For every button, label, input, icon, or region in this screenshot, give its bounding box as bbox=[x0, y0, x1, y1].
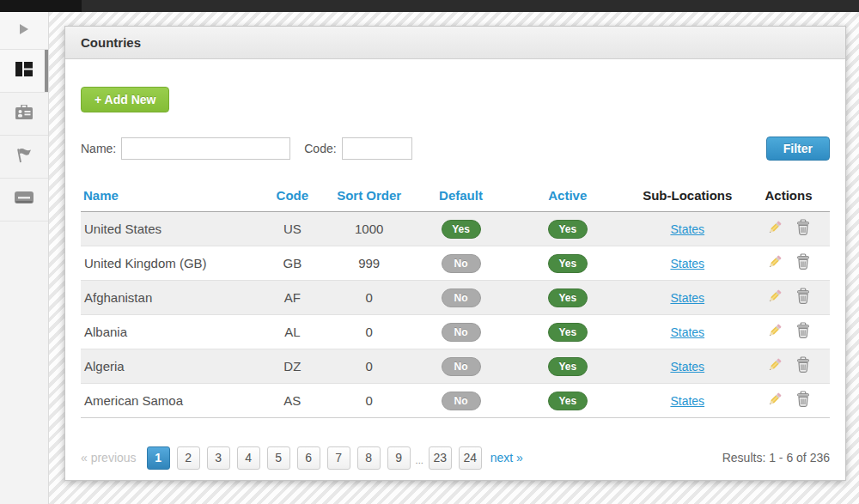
pagination-page-2[interactable]: 2 bbox=[177, 446, 200, 470]
pagination-page-23[interactable]: 23 bbox=[429, 446, 452, 470]
country-name: United States bbox=[81, 212, 260, 246]
pagination-page-1[interactable]: 1 bbox=[147, 446, 170, 470]
delete-trash-icon[interactable] bbox=[795, 253, 811, 273]
column-header-default[interactable]: Default bbox=[414, 183, 508, 212]
pagination-page-6[interactable]: 6 bbox=[297, 446, 320, 470]
pagination-page-5[interactable]: 5 bbox=[267, 446, 290, 470]
table-row: Albania AL 0 No Yes States bbox=[81, 315, 830, 349]
play-icon bbox=[18, 23, 30, 39]
dashboard-icon bbox=[15, 62, 33, 80]
edit-pencil-icon[interactable] bbox=[766, 322, 783, 342]
sidebar-item-expand[interactable] bbox=[0, 12, 48, 50]
states-link[interactable]: States bbox=[670, 394, 704, 408]
delete-trash-icon[interactable] bbox=[795, 288, 811, 307]
country-name: Afghanistan bbox=[81, 281, 260, 315]
active-badge: Yes bbox=[548, 323, 588, 342]
sidebar-item-inbox[interactable] bbox=[0, 179, 48, 222]
country-code: GB bbox=[260, 246, 324, 281]
pagination-next[interactable]: next » bbox=[490, 451, 523, 465]
country-name: Algeria bbox=[81, 349, 260, 384]
table-row: Algeria DZ 0 No Yes States bbox=[81, 349, 830, 384]
table-row: Afghanistan AF 0 No Yes States bbox=[81, 281, 830, 315]
country-name: Albania bbox=[81, 315, 260, 349]
country-sort-order: 0 bbox=[324, 384, 414, 418]
country-sort-order: 999 bbox=[324, 246, 414, 281]
sidebar-item-dashboard[interactable] bbox=[0, 50, 48, 93]
sidebar-item-contacts[interactable] bbox=[0, 93, 48, 136]
default-badge: No bbox=[442, 288, 481, 307]
country-code: AL bbox=[260, 315, 324, 349]
filter-bar: Name: Code: Filter bbox=[81, 137, 830, 161]
add-new-button[interactable]: + Add New bbox=[81, 87, 169, 112]
pagination-page-3[interactable]: 3 bbox=[207, 446, 230, 470]
delete-trash-icon[interactable] bbox=[795, 356, 811, 376]
page-title: Countries bbox=[65, 27, 845, 59]
code-filter-label: Code: bbox=[304, 142, 336, 155]
table-header-row: Name Code Sort Order Default Active Sub-… bbox=[81, 183, 830, 212]
edit-pencil-icon[interactable] bbox=[766, 391, 783, 410]
active-badge: Yes bbox=[548, 357, 588, 376]
country-name: American Samoa bbox=[81, 384, 260, 418]
id-card-icon bbox=[15, 105, 34, 124]
country-name: United Kingdom (GB) bbox=[81, 246, 260, 281]
code-filter-input[interactable] bbox=[342, 137, 412, 160]
default-badge: No bbox=[442, 323, 481, 342]
states-link[interactable]: States bbox=[670, 291, 704, 305]
column-header-sub-locations: Sub-Locations bbox=[628, 183, 748, 212]
column-header-active[interactable]: Active bbox=[508, 183, 628, 212]
country-sort-order: 0 bbox=[324, 281, 414, 315]
sidebar bbox=[0, 12, 49, 504]
table-row: United States US 1000 Yes Yes States bbox=[81, 212, 830, 246]
countries-table: Name Code Sort Order Default Active Sub-… bbox=[81, 183, 830, 418]
name-filter-label: Name: bbox=[81, 142, 116, 155]
pagination-previous: « previous bbox=[81, 451, 137, 465]
name-filter-input[interactable] bbox=[121, 137, 290, 160]
country-code: AS bbox=[260, 384, 324, 418]
pagination: « previous 1 2 3 4 5 6 7 8 9 ... 23 24 n… bbox=[81, 446, 830, 470]
pagination-page-7[interactable]: 7 bbox=[327, 446, 350, 470]
active-badge: Yes bbox=[548, 254, 588, 273]
edit-pencil-icon[interactable] bbox=[766, 356, 783, 376]
states-link[interactable]: States bbox=[670, 360, 704, 373]
pagination-page-24[interactable]: 24 bbox=[459, 446, 482, 470]
states-link[interactable]: States bbox=[670, 257, 704, 270]
country-sort-order: 0 bbox=[324, 315, 414, 349]
states-link[interactable]: States bbox=[670, 222, 704, 236]
edit-pencil-icon[interactable] bbox=[766, 253, 783, 273]
default-badge: Yes bbox=[442, 220, 481, 239]
pagination-page-4[interactable]: 4 bbox=[237, 446, 260, 470]
sidebar-item-locations[interactable] bbox=[0, 136, 48, 179]
column-header-name[interactable]: Name bbox=[81, 183, 260, 212]
active-badge: Yes bbox=[548, 220, 588, 239]
country-sort-order: 0 bbox=[324, 349, 414, 384]
country-code: US bbox=[260, 212, 324, 246]
default-badge: No bbox=[442, 254, 481, 273]
active-badge: Yes bbox=[548, 288, 588, 307]
countries-panel: Countries + Add New Name: Code: Filter N… bbox=[64, 26, 846, 481]
screen: Countries + Add New Name: Code: Filter N… bbox=[0, 0, 859, 504]
country-code: AF bbox=[260, 281, 324, 315]
column-header-code[interactable]: Code bbox=[260, 183, 324, 212]
table-row: American Samoa AS 0 No Yes States bbox=[81, 384, 830, 418]
country-code: DZ bbox=[260, 349, 324, 384]
inbox-icon bbox=[15, 191, 34, 209]
top-bar-left-segment bbox=[0, 0, 82, 12]
pagination-page-9[interactable]: 9 bbox=[387, 446, 411, 470]
edit-pencil-icon[interactable] bbox=[766, 219, 783, 239]
filter-button[interactable]: Filter bbox=[766, 137, 830, 161]
delete-trash-icon[interactable] bbox=[795, 322, 811, 342]
results-count: Results: 1 - 6 of 236 bbox=[722, 451, 830, 465]
delete-trash-icon[interactable] bbox=[795, 219, 811, 239]
delete-trash-icon[interactable] bbox=[795, 391, 811, 410]
table-row: United Kingdom (GB) GB 999 No Yes States bbox=[81, 246, 830, 281]
column-header-sort-order[interactable]: Sort Order bbox=[324, 183, 414, 212]
column-header-actions: Actions bbox=[747, 183, 830, 212]
edit-pencil-icon[interactable] bbox=[766, 288, 783, 307]
default-badge: No bbox=[442, 392, 481, 410]
states-link[interactable]: States bbox=[670, 325, 704, 339]
pagination-ellipsis: ... bbox=[416, 455, 423, 465]
pagination-page-8[interactable]: 8 bbox=[357, 446, 381, 470]
active-badge: Yes bbox=[548, 392, 588, 410]
country-sort-order: 1000 bbox=[324, 212, 414, 246]
default-badge: No bbox=[442, 357, 481, 376]
